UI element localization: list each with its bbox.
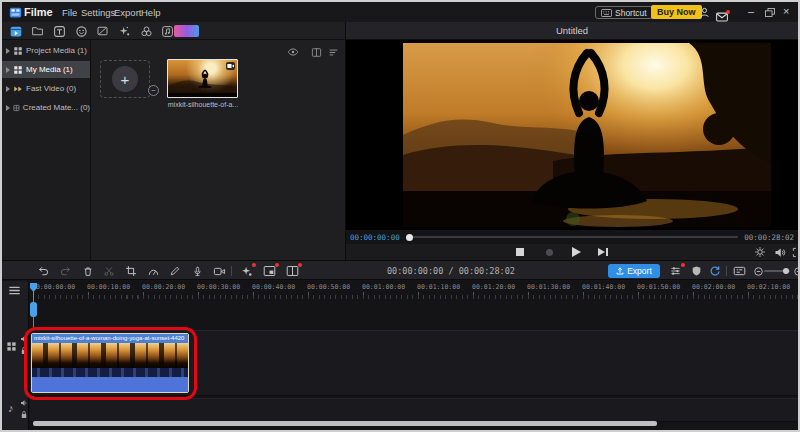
expand-arrow-icon[interactable] — [6, 86, 10, 92]
media-thumbnail[interactable] — [167, 59, 238, 98]
delete-icon[interactable] — [81, 264, 95, 278]
volume-icon[interactable] — [774, 247, 786, 258]
zoom-in-icon[interactable] — [791, 264, 800, 278]
seek-bar[interactable] — [406, 236, 739, 238]
timeline-clip[interactable]: mixkit-silhouette-of-a-woman-doing-yoga-… — [31, 333, 189, 393]
sticker-icon[interactable] — [74, 24, 89, 38]
shield-icon[interactable] — [689, 264, 703, 278]
sidebar-item-project-media[interactable]: Project Media (1) — [2, 42, 90, 59]
effects-store-icon[interactable] — [239, 264, 253, 278]
ruler-label: 00:00:50:00 — [307, 283, 350, 291]
expand-arrow-icon[interactable] — [6, 48, 10, 54]
filter-icon[interactable] — [139, 24, 154, 38]
video-frame — [403, 43, 771, 227]
sidebar-item-label: Created Mate... (0) — [23, 103, 90, 112]
shortcut-button[interactable]: Shortcut — [595, 6, 653, 19]
menu-settings[interactable]: Settings — [81, 7, 115, 18]
video-track-mute-icon[interactable] — [20, 335, 28, 343]
crop-icon[interactable] — [124, 264, 138, 278]
draw-pen-icon[interactable] — [168, 264, 182, 278]
preview-eye-icon[interactable] — [287, 46, 299, 58]
track-rail: ♪ — [2, 281, 29, 430]
filme-app-window: Filme File Settings Export Help Shortcut… — [0, 0, 800, 432]
horizontal-scrollbar[interactable] — [33, 421, 657, 426]
sidebar-item-my-media[interactable]: My Media (1) — [2, 61, 90, 78]
record-button[interactable] — [546, 249, 553, 256]
media-sidebar: Project Media (1) My Media (1) Fast Vide… — [2, 40, 91, 260]
ruler-label: 00:01:50:00 — [637, 283, 680, 291]
transition-icon[interactable] — [95, 24, 110, 38]
audio-track-lock-icon[interactable] — [20, 410, 28, 419]
text-tool-icon[interactable] — [52, 24, 67, 38]
play-button[interactable] — [572, 247, 581, 257]
reset-icon[interactable] — [708, 264, 722, 278]
media-library-icon[interactable] — [8, 24, 23, 38]
menu-file[interactable]: File — [62, 7, 77, 18]
microphone-icon[interactable] — [190, 264, 204, 278]
zoom-out-icon[interactable] — [751, 264, 765, 278]
timeline-ruler[interactable]: 00:00:00:0000:00:10:0000:00:20:0000:00:3… — [32, 283, 798, 292]
video-track-icon[interactable] — [6, 341, 17, 352]
adjust-sliders-icon[interactable] — [668, 264, 682, 278]
menu-export[interactable]: Export — [114, 7, 141, 18]
import-folder-icon[interactable] — [30, 24, 45, 38]
upload-icon — [616, 267, 624, 275]
video-track-lock-icon[interactable] — [20, 346, 28, 355]
effects-icon[interactable] — [117, 24, 132, 38]
timeline-zoom-slider[interactable] — [764, 270, 790, 272]
color-gradient-icon[interactable] — [174, 25, 199, 37]
clip-audio-waveform — [32, 368, 188, 392]
seek-handle[interactable] — [406, 234, 413, 241]
expand-arrow-icon[interactable] — [6, 105, 10, 111]
total-timecode: 00:00:28:02 — [744, 233, 794, 242]
media-panel: + − mixkit-silhouette-of-a... — [91, 40, 345, 260]
import-media-tile[interactable]: + — [100, 60, 150, 98]
undo-icon[interactable] — [36, 264, 50, 278]
sidebar-item-label: My Media (1) — [26, 65, 73, 74]
timeline-export-button[interactable]: Export — [608, 264, 660, 278]
speed-icon[interactable] — [146, 264, 160, 278]
fit-timeline-icon[interactable] — [732, 264, 746, 278]
ruler-label: 00:01:20:00 — [472, 283, 515, 291]
video-viewer[interactable] — [346, 40, 798, 230]
sidebar-item-fast-video[interactable]: Fast Video (0) — [2, 80, 90, 97]
playback-settings-icon[interactable] — [754, 246, 766, 258]
minimize-button[interactable]: – — [748, 6, 754, 17]
expand-arrow-icon[interactable] — [6, 67, 10, 73]
audio-track-icon[interactable]: ♪ — [8, 403, 14, 414]
fast-forward-icon — [13, 84, 23, 94]
sidebar-item-created-materials[interactable]: Created Mate... (0) — [2, 99, 90, 116]
buy-now-button[interactable]: Buy Now — [651, 5, 702, 19]
ruler-label: 00:00:20:00 — [142, 283, 185, 291]
ruler-label: 00:02:10:00 — [747, 283, 790, 291]
split-screen-icon[interactable] — [285, 264, 299, 278]
picture-in-picture-icon[interactable] — [262, 264, 276, 278]
close-button[interactable]: × — [783, 6, 789, 17]
folder-view-icon[interactable] — [310, 46, 322, 58]
redo-icon[interactable] — [58, 264, 72, 278]
zoom-slider-handle[interactable] — [783, 268, 789, 274]
record-camera-icon[interactable] — [212, 264, 226, 278]
audio-track-mute-icon[interactable] — [20, 399, 28, 407]
video-type-badge-icon — [226, 62, 235, 70]
keyboard-icon — [601, 9, 612, 17]
playhead-grip[interactable] — [30, 302, 37, 317]
transport-controls — [346, 244, 798, 260]
restore-button[interactable] — [765, 8, 775, 17]
menu-help[interactable]: Help — [141, 7, 161, 18]
fullscreen-icon[interactable] — [792, 247, 800, 258]
sidebar-item-label: Fast Video (0) — [26, 84, 76, 93]
messages-icon[interactable] — [716, 12, 728, 22]
audio-track[interactable] — [30, 398, 798, 422]
sort-list-icon[interactable] — [327, 46, 339, 58]
split-scissors-icon[interactable] — [102, 264, 116, 278]
step-forward-button[interactable] — [598, 248, 608, 256]
account-icon[interactable] — [699, 7, 710, 18]
timeline-menu-icon[interactable] — [8, 285, 21, 296]
plus-icon[interactable]: + — [112, 66, 138, 92]
collapse-minus-icon[interactable]: − — [148, 85, 159, 96]
stop-button[interactable] — [516, 248, 524, 256]
grid-icon — [13, 46, 23, 56]
ruler-label: 00:02:00:00 — [692, 283, 735, 291]
audio-icon[interactable] — [160, 24, 175, 38]
